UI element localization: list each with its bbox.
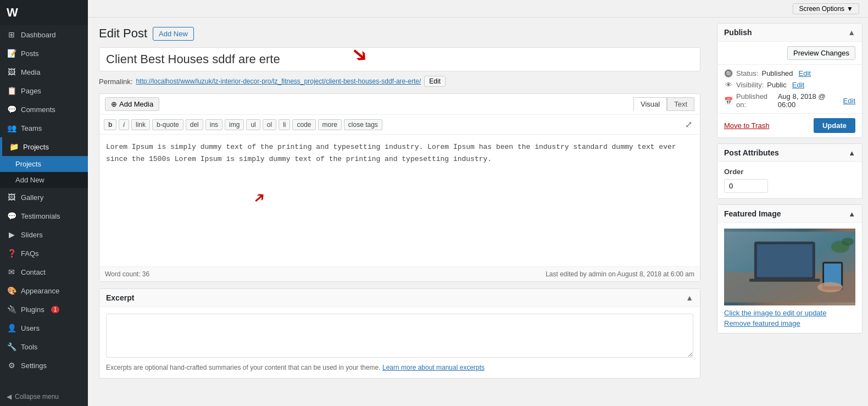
excerpt-meta-box-header[interactable]: Excerpt ▲ [99,289,700,307]
featured-image-thumbnail[interactable] [724,229,855,305]
update-button[interactable]: Update [814,118,855,133]
sidebar-item-comments[interactable]: 💬 Comments [0,100,88,119]
excerpt-meta-box-content: Excerpts are optional hand-crafted summa… [99,307,700,378]
editor-content-text: Lorem Ipsum is simply dummy text of the … [106,143,676,163]
featured-image-svg [724,229,855,305]
collapse-menu-button[interactable]: ◀ Collapse menu [0,387,88,406]
permalink-edit-button[interactable]: Edit [424,76,446,87]
order-input[interactable] [724,179,768,193]
sidebar-item-projects-add-new[interactable]: Add New [0,172,88,188]
format-more-button[interactable]: more [318,119,342,130]
word-count-label: Word count: 36 [105,270,149,278]
sidebar-label-appearance: Appearance [21,287,59,295]
permalink-url[interactable]: http://localhost/www/luzuk/lz-interior-d… [136,77,421,85]
screen-options-chevron-icon: ▼ [847,5,853,13]
preview-changes-button[interactable]: Preview Changes [787,46,855,60]
sidebar-label-sliders: Sliders [21,231,43,239]
editor-format-bar: b i link b-quote del ins img ul ol li co… [99,115,700,135]
post-attributes-header[interactable]: Post Attributes ▲ [717,144,862,162]
sidebar-item-posts[interactable]: 📝 Posts [0,44,88,63]
sidebar-item-contact[interactable]: ✉ Contact [0,263,88,281]
format-close-tags-button[interactable]: close tags [344,119,382,130]
add-new-button[interactable]: Add New [153,27,194,41]
published-label: Published on: [736,92,775,109]
editor-footer: Word count: 36 Last edited by admin on A… [99,266,700,281]
format-ul-button[interactable]: ul [246,119,260,130]
visibility-edit-link[interactable]: Edit [792,81,804,89]
publish-box-toggle-icon[interactable]: ▲ [848,28,855,37]
contact-icon: ✉ [7,268,16,276]
editor-area: Edit Post Add New ➔ Permalink: http://lo… [88,18,711,406]
visibility-value: Public [767,81,786,89]
format-ol-button[interactable]: ol [263,119,276,130]
post-attributes-content: Order [717,162,862,198]
sidebar-label-users: Users [21,324,40,332]
format-bquote-button[interactable]: b-quote [152,119,183,130]
status-label: Status: [736,69,758,77]
appearance-icon: 🎨 [7,286,16,295]
expand-editor-button[interactable]: ⤢ [682,118,695,131]
status-edit-link[interactable]: Edit [799,69,811,77]
format-link-button[interactable]: link [131,119,150,130]
format-bold-button[interactable]: b [104,119,116,130]
svg-point-8 [842,238,854,246]
screen-options-button[interactable]: Screen Options ▼ [793,3,859,14]
plugins-icon: 🔌 [7,305,16,314]
featured-image-toggle-icon[interactable]: ▲ [848,210,855,218]
learn-more-link[interactable]: Learn more about manual excerpts [382,364,485,371]
sidebar-item-pages[interactable]: 📋 Pages [0,81,88,100]
sidebar-item-plugins[interactable]: 🔌 Plugins 1 [0,300,88,319]
sidebar-item-settings[interactable]: ⚙ Settings [0,356,88,375]
sidebar-item-faqs[interactable]: ❓ FAQs [0,244,88,263]
sidebar-item-tools[interactable]: 🔧 Tools [0,337,88,356]
sidebar-label-media: Media [21,68,40,76]
sidebar-item-media[interactable]: 🖼 Media [0,63,88,81]
post-attributes-toggle-icon[interactable]: ▲ [848,149,855,157]
format-del-button[interactable]: del [186,119,203,130]
sidebar-item-teams[interactable]: 👥 Teams [0,119,88,137]
visibility-icon: 👁 [724,81,733,89]
featured-image-header[interactable]: Featured Image ▲ [717,205,862,223]
tab-visual[interactable]: Visual [633,97,667,111]
collapse-label: Collapse menu [15,393,59,401]
featured-image-remove-link[interactable]: Remove featured image [724,319,855,327]
excerpt-textarea[interactable] [106,314,693,358]
sidebar-item-projects[interactable]: 📁 Projects [0,137,88,156]
format-code-button[interactable]: code [292,119,315,130]
excerpt-title: Excerpt [106,293,134,302]
pages-icon: 📋 [7,86,16,95]
sidebar-item-projects-projects[interactable]: Projects [0,156,88,172]
wp-logo-icon: W [7,5,18,20]
tab-text[interactable]: Text [667,97,694,111]
sidebar-item-gallery[interactable]: 🖼 Gallery [0,188,88,207]
add-media-button[interactable]: ⊕ Add Media [105,97,159,111]
featured-image-edit-link[interactable]: Click the image to edit or update [724,309,855,317]
sidebar-label-gallery: Gallery [21,193,43,202]
sidebar-item-users[interactable]: 👤 Users [0,319,88,337]
sidebar-label-contact: Contact [21,268,46,276]
publish-visibility-row: 👁 Visibility: Public Edit [724,81,855,89]
status-value: Published [761,69,793,77]
sidebar-item-sliders[interactable]: ▶ Sliders [0,225,88,244]
dashboard-icon: ⊞ [7,30,16,39]
format-li-button[interactable]: li [279,119,290,130]
publish-date-row: 📅 Published on: Aug 8, 2018 @ 06:00 Edit [724,92,855,109]
editor-content[interactable]: Lorem Ipsum is simply dummy text of the … [99,135,700,266]
sidebar-item-dashboard[interactable]: ⊞ Dashboard [0,25,88,44]
move-to-trash-link[interactable]: Move to Trash [724,121,769,130]
format-img-button[interactable]: img [225,119,244,130]
visual-text-tabs: Visual Text [633,97,694,111]
svg-rect-4 [749,279,820,282]
featured-image-box: Featured Image ▲ [717,204,863,333]
post-title-input[interactable] [99,47,700,71]
sidebar-label-projects-sub: Projects [15,160,41,168]
status-icon: 🔘 [724,69,733,77]
excerpt-toggle-icon[interactable]: ▲ [686,293,693,302]
sliders-icon: ▶ [7,230,16,239]
sidebar-item-appearance[interactable]: 🎨 Appearance [0,281,88,300]
format-ins-button[interactable]: ins [205,119,222,130]
svg-point-9 [817,282,843,292]
sidebar-item-testimonials[interactable]: 💬 Testimonials [0,207,88,225]
published-edit-link[interactable]: Edit [843,97,855,105]
format-italic-button[interactable]: i [119,119,129,130]
